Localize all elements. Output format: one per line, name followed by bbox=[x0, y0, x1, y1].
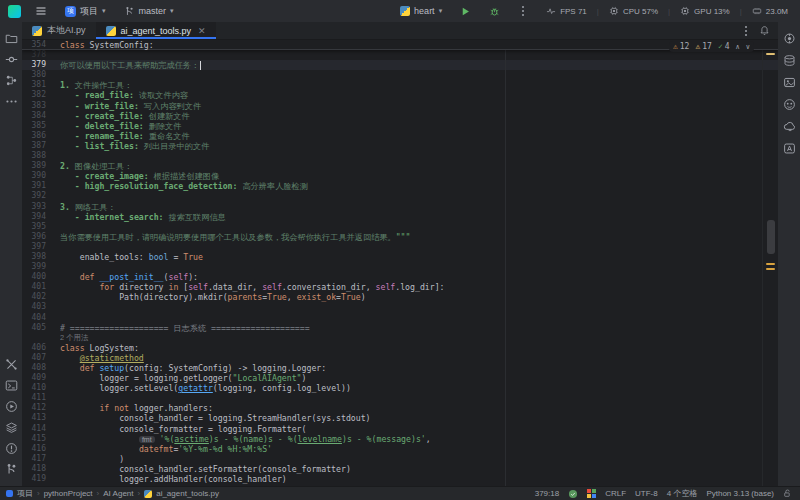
line-number-gutter[interactable]: 382 bbox=[22, 90, 60, 100]
editor-tab[interactable]: ai_agent_tools.py✕ bbox=[96, 22, 216, 39]
tool-button-image-tool[interactable] bbox=[779, 72, 799, 93]
line-number-gutter[interactable]: 402 bbox=[22, 292, 60, 302]
line-number-gutter[interactable]: 380 bbox=[22, 70, 60, 80]
code-line[interactable]: 380 bbox=[22, 70, 778, 80]
tool-button-terminal[interactable] bbox=[1, 375, 21, 396]
code-line[interactable]: 404 bbox=[22, 313, 778, 323]
tool-button-problems[interactable] bbox=[1, 438, 21, 459]
usages-hint-line[interactable]: 2 个用法 bbox=[22, 333, 778, 343]
line-number-gutter[interactable]: 399 bbox=[22, 262, 60, 272]
project-selector[interactable]: 项 项目 ▾ bbox=[61, 3, 110, 20]
debug-button[interactable] bbox=[485, 4, 504, 19]
line-number-gutter[interactable]: 417 bbox=[22, 454, 60, 464]
line-number-gutter[interactable]: 403 bbox=[22, 302, 60, 312]
code-line[interactable]: 416 datefmt='%Y-%m-%d %H:%M:%S' bbox=[22, 444, 778, 454]
code-line[interactable]: 384 - create_file: 创建新文件 bbox=[22, 111, 778, 121]
code-line[interactable]: 386 - rename_file: 重命名文件 bbox=[22, 131, 778, 141]
code-line[interactable]: 419 logger.addHandler(console_handler) bbox=[22, 474, 778, 484]
editor-tab[interactable]: 本地AI.py bbox=[22, 22, 96, 39]
tool-button-services[interactable] bbox=[1, 396, 21, 417]
code-line[interactable]: 406class LogSystem: bbox=[22, 343, 778, 353]
close-tab-icon[interactable]: ✕ bbox=[198, 26, 206, 36]
line-number-gutter[interactable]: 408 bbox=[22, 363, 60, 373]
line-number-gutter[interactable]: 381 bbox=[22, 80, 60, 90]
plugin-widget-icon[interactable] bbox=[587, 489, 596, 498]
breadcrumb-item[interactable]: AI Agent bbox=[103, 489, 133, 498]
breadcrumb-item[interactable]: 项目 bbox=[6, 488, 33, 499]
code-line[interactable]: 3811. 文件操作工具： bbox=[22, 80, 778, 90]
code-line[interactable]: 415 fmt '%(asctime)s - %(name)s - %(leve… bbox=[22, 434, 778, 444]
line-number-gutter[interactable]: 392 bbox=[22, 191, 60, 201]
code-line[interactable]: 413 console_handler = logging.StreamHand… bbox=[22, 413, 778, 423]
code-line[interactable]: 414 console_formatter = logging.Formatte… bbox=[22, 424, 778, 434]
vcs-branch-selector[interactable]: master ▾ bbox=[120, 4, 178, 19]
tool-button-ai-assistant[interactable] bbox=[779, 28, 799, 49]
tool-button-git-branch[interactable] bbox=[1, 459, 21, 480]
code-line[interactable]: 407 @staticmethod bbox=[22, 353, 778, 363]
inspection-warning[interactable]: ⚠12 bbox=[673, 42, 689, 51]
code-line[interactable]: 395 bbox=[22, 222, 778, 232]
line-number-gutter[interactable]: 394 bbox=[22, 212, 60, 222]
next-problem-icon[interactable]: ∨ bbox=[746, 43, 750, 51]
sticky-line[interactable]: 354class SystemConfig: bbox=[22, 40, 778, 50]
code-line[interactable]: 399 bbox=[22, 262, 778, 272]
line-number-gutter[interactable]: 400 bbox=[22, 272, 60, 282]
run-configuration-selector[interactable]: heart ▾ bbox=[396, 4, 446, 18]
line-number-gutter[interactable]: 397 bbox=[22, 242, 60, 252]
tool-button-translate[interactable] bbox=[779, 138, 799, 159]
line-number-gutter[interactable]: 407 bbox=[22, 353, 60, 363]
inspection-warning[interactable]: ⚠17 bbox=[695, 42, 711, 51]
encoding-widget[interactable]: UTF-8 bbox=[635, 489, 658, 498]
code-line[interactable]: 408 def setup(config: SystemConfig) -> l… bbox=[22, 363, 778, 373]
interpreter-widget[interactable]: Python 3.13 (base) bbox=[706, 489, 774, 498]
line-number-gutter[interactable]: 391 bbox=[22, 181, 60, 191]
notifications-bell-icon[interactable] bbox=[759, 25, 770, 36]
more-actions-button[interactable] bbox=[514, 8, 532, 14]
scrollbar-thumb[interactable] bbox=[767, 220, 775, 254]
code-line[interactable]: 3933. 网络工具： bbox=[22, 202, 778, 212]
code-line[interactable]: 402 Path(directory).mkdir(parents=True, … bbox=[22, 292, 778, 302]
code-line[interactable]: 388 bbox=[22, 151, 778, 161]
line-number-gutter[interactable]: 388 bbox=[22, 151, 60, 161]
line-number-gutter[interactable]: 378 bbox=[22, 50, 60, 60]
stripe-warning-mark[interactable] bbox=[766, 263, 775, 265]
code-line[interactable]: 383 - write_file: 写入内容到文件 bbox=[22, 101, 778, 111]
inspection-ok[interactable]: ✓4 bbox=[718, 42, 730, 51]
code-line[interactable]: 3892. 图像处理工具： bbox=[22, 161, 778, 171]
line-number-gutter[interactable]: 385 bbox=[22, 121, 60, 131]
code-analysis-status-icon[interactable] bbox=[568, 489, 578, 499]
tab-options-icon[interactable] bbox=[745, 30, 747, 32]
code-line[interactable]: 392 bbox=[22, 191, 778, 201]
breadcrumb-item[interactable]: pythonProject bbox=[44, 489, 93, 498]
tool-button-more[interactable] bbox=[1, 91, 21, 112]
stripe-warning-mark[interactable] bbox=[766, 268, 775, 270]
line-number-gutter[interactable]: 416 bbox=[22, 444, 60, 454]
indent-widget[interactable]: 4 个空格 bbox=[667, 488, 698, 499]
line-number-gutter[interactable]: 410 bbox=[22, 383, 60, 393]
tool-button-project-folder[interactable] bbox=[1, 28, 21, 49]
tool-button-python-packages[interactable] bbox=[1, 417, 21, 438]
line-number-gutter[interactable]: 404 bbox=[22, 313, 60, 323]
line-number-gutter[interactable]: 393 bbox=[22, 202, 60, 212]
tool-button-commit[interactable] bbox=[1, 49, 21, 70]
code-line[interactable]: 379你可以使用以下工具来帮助完成任务： bbox=[22, 60, 778, 70]
tool-button-agent-face[interactable] bbox=[779, 94, 799, 115]
tool-button-database[interactable] bbox=[779, 50, 799, 71]
code-line[interactable]: 403 bbox=[22, 302, 778, 312]
line-number-gutter[interactable]: 395 bbox=[22, 222, 60, 232]
line-separator-widget[interactable]: CRLF bbox=[605, 489, 626, 498]
tool-button-build-tools[interactable] bbox=[1, 354, 21, 375]
line-number-gutter[interactable]: 398 bbox=[22, 252, 60, 262]
line-number-gutter[interactable]: 396 bbox=[22, 232, 60, 242]
line-number-gutter[interactable]: 387 bbox=[22, 141, 60, 151]
line-number-gutter[interactable]: 354 bbox=[22, 40, 60, 50]
code-line[interactable]: 400 def __post_init__(self): bbox=[22, 272, 778, 282]
tool-button-structure[interactable] bbox=[1, 70, 21, 91]
code-line[interactable]: 385 - delete_file: 删除文件 bbox=[22, 121, 778, 131]
line-number-gutter[interactable]: 413 bbox=[22, 413, 60, 423]
code-line[interactable]: 398 enable_tools: bool = True bbox=[22, 252, 778, 262]
line-number-gutter[interactable]: 389 bbox=[22, 161, 60, 171]
line-number-gutter[interactable]: 401 bbox=[22, 282, 60, 292]
line-number-gutter[interactable]: 390 bbox=[22, 171, 60, 181]
breadcrumb-item[interactable]: ai_agent_tools.py bbox=[144, 489, 219, 498]
